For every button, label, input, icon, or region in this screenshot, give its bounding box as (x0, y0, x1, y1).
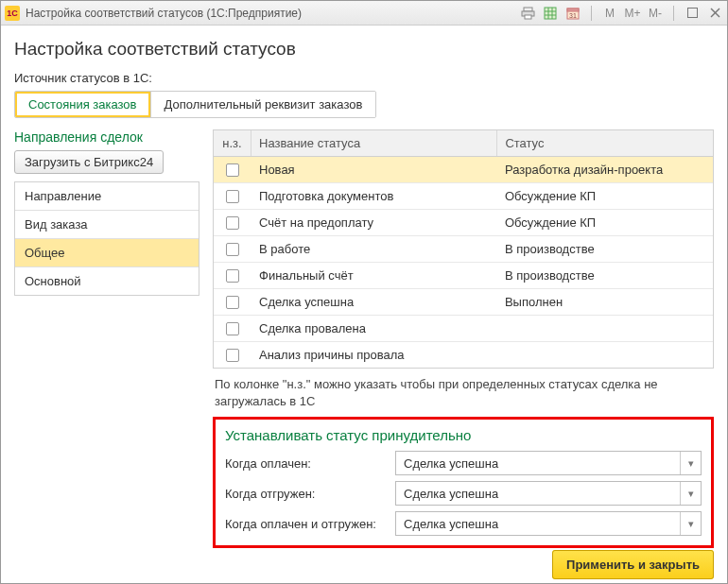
load-bitrix-button[interactable]: Загрузить с Битрикс24 (14, 150, 164, 174)
print-icon[interactable] (519, 5, 536, 22)
grid-icon[interactable] (542, 5, 559, 22)
svg-text:31: 31 (569, 12, 577, 19)
nz-checkbox[interactable] (226, 243, 239, 256)
force-select-value: Сделка успешна (404, 517, 498, 531)
status-cell: Выполнен (497, 289, 713, 315)
chevron-down-icon: ▾ (680, 482, 701, 505)
grid-note: По колонке "н.з." можно указать чтобы пр… (215, 376, 712, 409)
nz-cell (214, 316, 251, 341)
force-label: Когда отгружен: (225, 487, 395, 501)
tab-1[interactable]: Дополнительный реквизит заказов (151, 92, 376, 117)
nz-cell (214, 210, 251, 235)
sidebar-item-0[interactable]: Направление (15, 182, 199, 211)
status-cell: В производстве (497, 263, 713, 288)
chevron-down-icon: ▾ (680, 452, 701, 474)
nz-checkbox[interactable] (226, 296, 239, 309)
nz-checkbox[interactable] (226, 216, 239, 230)
table-row[interactable]: НоваяРазработка дизайн-проекта (214, 157, 713, 183)
status-name-cell: Сделка провалена (251, 316, 497, 341)
status-cell (497, 316, 713, 341)
chevron-down-icon: ▾ (680, 512, 701, 535)
col-header-name[interactable]: Название статуса (251, 130, 497, 156)
svg-rect-0 (524, 8, 532, 11)
maximize-icon[interactable] (684, 5, 701, 22)
left-column: Направления сделок Загрузить с Битрикс24… (14, 129, 199, 548)
directions-title: Направления сделок (14, 129, 199, 145)
status-name-cell: Финальный счёт (251, 263, 497, 288)
force-select-value: Сделка успешна (404, 456, 498, 471)
force-select-0[interactable]: Сделка успешна▾ (395, 451, 702, 475)
force-select-1[interactable]: Сделка успешна▾ (395, 481, 702, 506)
nz-checkbox[interactable] (226, 163, 239, 177)
status-cell (497, 342, 713, 368)
table-row[interactable]: Подготовка документовОбсуждение КП (214, 183, 713, 210)
footer: Применить и закрыть (552, 558, 714, 572)
sidebar-item-3[interactable]: Основной (15, 267, 199, 295)
nz-cell (214, 236, 251, 262)
nz-checkbox[interactable] (226, 269, 239, 283)
nz-cell (214, 157, 251, 182)
right-column: н.з. Название статуса Статус НоваяРазраб… (213, 129, 714, 548)
m-plus-button[interactable]: M+ (624, 5, 641, 22)
force-select-value: Сделка успешна (404, 487, 498, 501)
table-row[interactable]: Финальный счётВ производстве (214, 263, 713, 289)
force-row-0: Когда оплачен:Сделка успешна▾ (225, 451, 702, 475)
nz-cell (214, 263, 251, 288)
close-icon[interactable] (706, 5, 723, 22)
status-name-cell: Новая (251, 157, 497, 182)
force-label: Когда оплачен: (225, 456, 395, 471)
svg-rect-3 (545, 8, 556, 19)
table-row[interactable]: Сделка провалена (214, 316, 713, 342)
grid-header: н.з. Название статуса Статус (214, 130, 713, 157)
app-window: 1C Настройка соответствий статусов (1С:П… (0, 0, 728, 584)
force-status-title: Устанавливать статус принудительно (225, 427, 702, 443)
source-tabs: Состояния заказовДополнительный реквизит… (14, 91, 376, 118)
status-name-cell: Подготовка документов (251, 183, 497, 209)
content: Настройка соответствий статусов Источник… (1, 26, 727, 548)
page-title: Настройка соответствий статусов (14, 39, 714, 60)
titlebar: 1C Настройка соответствий статусов (1С:П… (1, 1, 727, 26)
status-cell: Обсуждение КП (497, 210, 713, 235)
status-name-cell: В работе (251, 236, 497, 262)
force-row-2: Когда оплачен и отгружен:Сделка успешна▾ (225, 511, 702, 536)
force-label: Когда оплачен и отгружен: (225, 517, 395, 531)
m-minus-button[interactable]: M- (647, 5, 664, 22)
nz-cell (214, 289, 251, 315)
status-cell: Разработка дизайн-проекта (497, 157, 713, 182)
divider (591, 6, 592, 21)
source-label: Источник статусов в 1С: (14, 71, 714, 85)
sidebar-item-2[interactable]: Общее (15, 239, 199, 267)
col-header-status[interactable]: Статус (497, 130, 713, 156)
directions-list: НаправлениеВид заказаОбщееОсновной (14, 181, 199, 296)
status-grid: н.з. Название статуса Статус НоваяРазраб… (213, 129, 714, 369)
nz-checkbox[interactable] (226, 190, 239, 203)
status-cell: В производстве (497, 236, 713, 262)
svg-rect-9 (567, 9, 579, 11)
divider (673, 6, 674, 21)
svg-rect-11 (687, 9, 697, 18)
table-row[interactable]: Сделка успешнаВыполнен (214, 289, 713, 316)
status-cell: Обсуждение КП (497, 183, 713, 209)
nz-cell (214, 342, 251, 368)
titlebar-icons: 31 M M+ M- (519, 5, 723, 22)
app-logo-icon: 1C (5, 6, 20, 21)
nz-checkbox[interactable] (226, 322, 239, 335)
table-row[interactable]: Анализ причины провала (214, 342, 713, 368)
status-name-cell: Сделка успешна (251, 289, 497, 315)
svg-rect-2 (525, 15, 531, 19)
force-select-2[interactable]: Сделка успешна▾ (395, 511, 702, 536)
main-area: Направления сделок Загрузить с Битрикс24… (14, 129, 714, 548)
force-row-1: Когда отгружен:Сделка успешна▾ (225, 481, 702, 506)
table-row[interactable]: Счёт на предоплатуОбсуждение КП (214, 210, 713, 236)
sidebar-item-1[interactable]: Вид заказа (15, 211, 199, 239)
status-name-cell: Счёт на предоплату (251, 210, 497, 235)
calendar-icon[interactable]: 31 (564, 5, 581, 22)
force-status-box: Устанавливать статус принудительно Когда… (213, 417, 714, 548)
col-header-nz[interactable]: н.з. (214, 130, 251, 156)
m-button[interactable]: M (601, 5, 618, 22)
status-name-cell: Анализ причины провала (251, 342, 497, 368)
nz-checkbox[interactable] (226, 349, 239, 362)
apply-close-button[interactable]: Применить и закрыть (552, 550, 714, 579)
table-row[interactable]: В работеВ производстве (214, 236, 713, 263)
tab-0[interactable]: Состояния заказов (15, 92, 151, 117)
